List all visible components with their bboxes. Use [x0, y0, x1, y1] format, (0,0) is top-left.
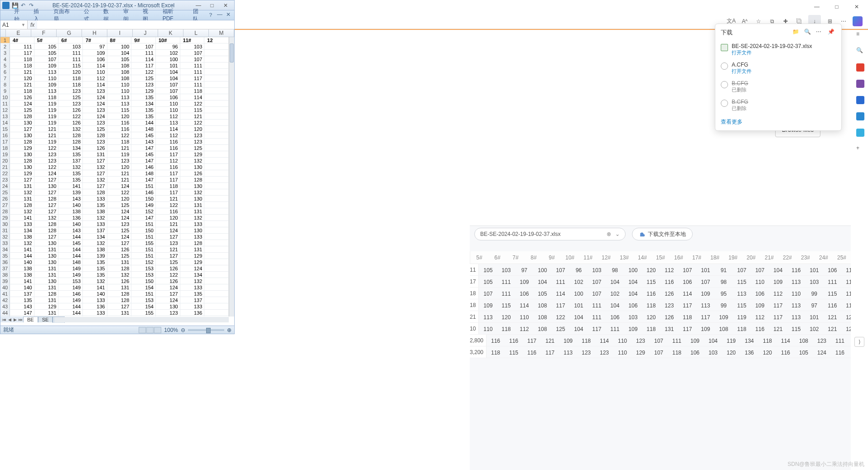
cell[interactable] [204, 303, 229, 309]
cell[interactable]: 118 [58, 75, 83, 81]
table-cell[interactable]: 104 [606, 276, 624, 287]
cell[interactable]: 122 [180, 120, 205, 125]
cell[interactable]: 138 [58, 208, 83, 214]
cell[interactable]: 126 [107, 278, 132, 284]
table-cell[interactable]: 118 [733, 323, 751, 334]
sheet-tab-se[interactable]: SE [38, 317, 53, 322]
cell[interactable]: 132 [83, 278, 107, 284]
table-cell[interactable]: 99 [714, 299, 733, 311]
cell[interactable] [204, 107, 229, 113]
cell[interactable]: 131 [10, 183, 34, 189]
cell[interactable]: 123 [34, 151, 59, 157]
cell[interactable]: 135 [58, 151, 83, 157]
cell[interactable]: 118 [156, 183, 180, 189]
table-cell[interactable]: 103 [704, 346, 722, 358]
cell[interactable]: 125 [180, 145, 205, 151]
cell[interactable]: 147 [131, 158, 156, 163]
cell[interactable]: 140 [10, 284, 34, 290]
cell[interactable]: 8# [107, 37, 132, 43]
row-header[interactable]: 31 [0, 227, 10, 233]
cell[interactable]: 128 [107, 297, 132, 303]
cell[interactable]: 122 [156, 202, 180, 208]
table-cell[interactable]: 107 [588, 276, 606, 287]
rail-games-icon[interactable] [856, 80, 864, 88]
cell[interactable]: 123 [83, 107, 107, 113]
name-box[interactable]: A1▼ [0, 20, 28, 29]
cell[interactable]: 125 [131, 75, 156, 81]
table-cell[interactable]: 103 [624, 311, 642, 322]
table-cell[interactable]: 121 [769, 323, 787, 334]
cell[interactable]: 104 [156, 75, 180, 81]
table-col-header[interactable]: 11# [579, 251, 597, 264]
cell[interactable]: 118 [10, 88, 34, 94]
cell[interactable]: 114 [131, 56, 156, 62]
table-cell[interactable]: 117 [769, 299, 787, 311]
table-cell[interactable]: 109 [479, 299, 497, 311]
cell[interactable]: 154 [131, 303, 156, 309]
cell[interactable]: 123 [83, 139, 107, 144]
cell[interactable]: 104 [156, 69, 180, 75]
cell[interactable]: 117 [156, 170, 180, 176]
table-cell[interactable]: 107 [678, 264, 696, 275]
cell[interactable]: 118 [58, 82, 83, 87]
row-header[interactable]: 23 [0, 177, 10, 182]
cell[interactable]: 124 [156, 297, 180, 303]
table-cell[interactable]: 109 [515, 276, 533, 287]
cell[interactable]: 155 [131, 240, 156, 246]
table-cell[interactable]: 104 [624, 288, 642, 299]
table-cell[interactable]: 123 [577, 346, 595, 358]
table-cell[interactable]: 108 [533, 323, 551, 334]
row-header[interactable]: 1 [0, 37, 10, 43]
col-header[interactable]: F [31, 29, 57, 37]
table-cell[interactable]: 97 [515, 264, 533, 275]
table-cell[interactable]: 118 [642, 299, 660, 311]
table-col-header[interactable]: 19# [724, 251, 742, 264]
row-header[interactable]: 12 [0, 107, 10, 113]
cell[interactable]: 124 [83, 101, 107, 106]
table-cell[interactable]: 116 [487, 335, 505, 346]
table-cell[interactable]: 109 [624, 323, 642, 334]
cell[interactable]: 110 [156, 107, 180, 113]
table-cell[interactable]: 110 [613, 335, 632, 346]
table-cell[interactable]: 107 [650, 346, 668, 358]
sheet-nav-first[interactable]: ⏮ [1, 317, 7, 322]
table-cell[interactable]: 98 [714, 276, 733, 287]
cell[interactable]: 132 [180, 278, 205, 284]
row-header[interactable]: 43 [0, 303, 10, 309]
table-cell[interactable]: 119 [733, 311, 751, 322]
col-header[interactable]: I [107, 29, 133, 37]
cell[interactable]: 10# [156, 37, 180, 43]
download-item[interactable]: B.CFG已删除 [715, 77, 841, 96]
table-cell[interactable]: 97 [805, 299, 823, 311]
cell[interactable]: 125 [156, 259, 180, 265]
cell[interactable] [204, 62, 229, 68]
table-cell[interactable]: 120 [642, 264, 660, 275]
table-cell[interactable]: 100 [569, 288, 588, 299]
cell[interactable] [204, 88, 229, 94]
table-cell[interactable]: 121 [823, 323, 841, 334]
table-cell[interactable]: 114 [515, 299, 533, 311]
cell[interactable]: 111 [180, 62, 205, 68]
cell[interactable]: 140 [58, 202, 83, 208]
table-cell[interactable]: 111 [551, 276, 569, 287]
cell[interactable]: 129 [34, 303, 59, 309]
table-cell[interactable]: 124 [813, 346, 831, 358]
cell[interactable]: 138 [83, 208, 107, 214]
cell[interactable]: 112 [83, 75, 107, 81]
cell[interactable]: 122 [34, 145, 59, 151]
cell[interactable]: 128 [180, 240, 205, 246]
cell[interactable]: 123 [156, 240, 180, 246]
cell[interactable]: 133 [83, 221, 107, 227]
table-cell[interactable]: 111 [588, 311, 606, 322]
cell[interactable]: 132 [83, 240, 107, 246]
cell[interactable]: 146 [58, 291, 83, 297]
cell[interactable]: 125 [10, 107, 34, 113]
cell[interactable]: 131 [34, 272, 59, 278]
row-header[interactable]: 22 [0, 170, 10, 176]
cell[interactable]: 108 [107, 75, 132, 81]
reading-pane-toggle[interactable]: ⟩ [854, 337, 864, 347]
cell[interactable]: 123 [131, 82, 156, 87]
cell[interactable] [204, 151, 229, 157]
cell[interactable]: 153 [58, 278, 83, 284]
rail-add-icon[interactable]: + [856, 145, 864, 153]
